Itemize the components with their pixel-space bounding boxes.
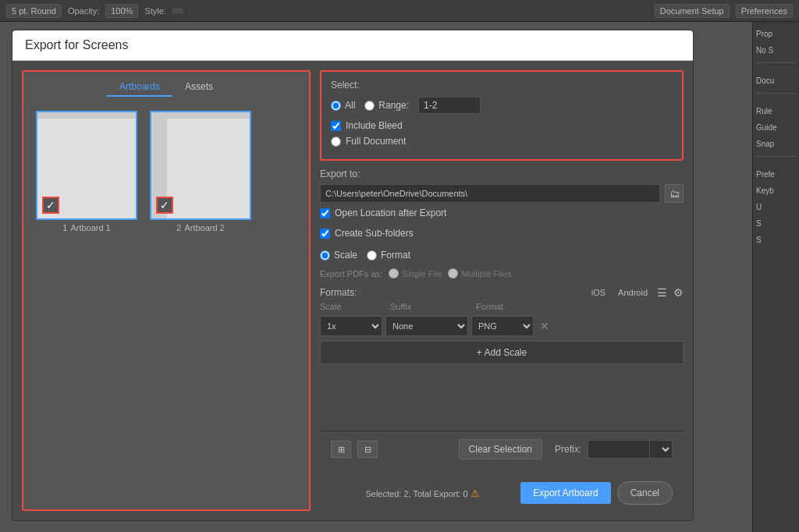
select-section: Select: All Range: — [320, 70, 684, 161]
panel-divider-2 — [756, 93, 796, 99]
panel-item-snap[interactable]: Snap — [756, 138, 796, 150]
prefix-input-wrap — [588, 440, 673, 459]
format-row-1: 1x 2x 3x None @2x @3x PN — [320, 316, 684, 336]
all-radio[interactable] — [331, 101, 341, 111]
panel-item-no-s: No S — [756, 44, 796, 56]
artboard-thumb-1[interactable]: ✓ — [36, 111, 137, 220]
range-input[interactable] — [418, 97, 481, 114]
ios-btn[interactable]: iOS — [588, 286, 609, 299]
open-location-row: Open Location after Export — [320, 207, 684, 218]
settings-panel: Select: All Range: — [320, 70, 684, 511]
create-subfolders-label: Create Sub-folders — [335, 228, 414, 239]
panel-item-u[interactable]: U — [756, 201, 796, 213]
format-select[interactable]: PNG JPG SVG PDF — [471, 316, 534, 336]
scale-radio[interactable] — [320, 250, 330, 261]
panel-divider-1 — [756, 62, 796, 69]
artboards-panel: Artboards Assets ✓ 1 Artboard — [22, 70, 311, 511]
artboard-checkbox-1[interactable]: ✓ — [42, 197, 59, 214]
artboard-id-2: 2 — [176, 223, 181, 232]
panel-item-rulers[interactable]: Rule — [756, 105, 796, 117]
cancel-btn[interactable]: Cancel — [617, 481, 673, 505]
range-radio[interactable] — [364, 101, 375, 111]
include-bleed-row: Include Bleed — [331, 120, 673, 131]
full-document-radio[interactable] — [331, 137, 341, 147]
style-label: Style: — [144, 6, 166, 16]
status-bar: Selected: 2, Total Export: 0 ⚠ Export Ar… — [320, 475, 684, 511]
formats-section: Formats: iOS Android ☰ ⚙ Scal — [320, 286, 684, 364]
view-list-btn[interactable]: ⊟ — [357, 441, 378, 458]
tab-artboards[interactable]: Artboards — [107, 78, 172, 97]
panel-item-docu[interactable]: Docu — [756, 75, 796, 87]
multiple-files-radio — [448, 268, 458, 278]
canvas-area: Export for Screens Artboards Assets — [0, 22, 752, 532]
include-bleed-checkbox[interactable] — [331, 121, 341, 131]
export-path-input[interactable] — [320, 184, 660, 203]
panel-item-prefs[interactable]: Prefe — [756, 168, 796, 180]
list-icon[interactable]: ☰ — [657, 286, 667, 299]
scale-select[interactable]: 1x 2x 3x — [320, 316, 382, 336]
panel-divider-3 — [756, 156, 796, 162]
scale-radio-label[interactable]: Scale — [320, 250, 357, 261]
toolbar: 5 pt. Round Opacity: 100% Style: Documen… — [0, 0, 799, 22]
range-radio-label[interactable]: Range: — [364, 100, 409, 111]
opacity-label: Opacity: — [68, 6, 99, 16]
full-document-label: Full Document — [346, 136, 406, 147]
multiple-files-option: Multiple Files — [448, 268, 511, 278]
artboard-inner-2 — [167, 119, 250, 218]
dialog-title: Export for Screens — [25, 38, 129, 51]
open-location-checkbox[interactable] — [320, 208, 330, 218]
suffix-select[interactable]: None @2x @3x — [385, 316, 468, 336]
suffix-col-header: Suffix — [390, 302, 476, 314]
suffix-col: Suffix — [390, 302, 476, 314]
status-text: Selected: 2, Total Export: 0 ⚠ — [331, 488, 514, 499]
opacity-value[interactable]: 100% — [105, 4, 138, 18]
prefix-input[interactable] — [588, 440, 650, 459]
tab-assets[interactable]: Assets — [172, 78, 225, 97]
scale-col: Scale — [320, 302, 390, 314]
single-file-option: Single File — [389, 268, 442, 278]
brush-size[interactable]: 5 pt. Round — [6, 4, 62, 18]
prefix-dropdown[interactable] — [650, 440, 673, 459]
create-subfolders-checkbox[interactable] — [320, 229, 330, 239]
browse-folder-btn[interactable]: 🗂 — [665, 184, 684, 203]
select-title: Select: — [331, 80, 673, 90]
doc-setup-btn[interactable]: Document Setup — [655, 4, 730, 18]
right-panel: Prop No S Docu Rule Guide Snap Prefe Key… — [752, 22, 799, 532]
artboard-name-2: Artboard 2 — [184, 223, 224, 232]
export-artboard-btn[interactable]: Export Artboard — [520, 482, 610, 504]
format-radio-label[interactable]: Format — [367, 250, 410, 261]
artboard-checkbox-2[interactable]: ✓ — [156, 197, 173, 214]
view-grid-btn[interactable]: ⊞ — [331, 441, 351, 458]
export-for-screens-dialog: Export for Screens Artboards Assets — [12, 30, 694, 521]
panel-item-s1[interactable]: S — [756, 218, 796, 229]
add-scale-btn[interactable]: + Add Scale — [320, 341, 684, 364]
panel-item-keyboard[interactable]: Keyb — [756, 185, 796, 197]
preferences-btn[interactable]: Preferences — [736, 4, 793, 18]
export-pdfs-row: Export PDFs as: Single File Multiple Fil… — [320, 268, 684, 278]
artboard-thumb-2[interactable]: ✓ — [150, 111, 251, 220]
panel-item-guides[interactable]: Guide — [756, 122, 796, 133]
formats-icons: iOS Android ☰ ⚙ — [588, 286, 684, 299]
export-to-section: Export to: 🗂 Open Location after Export — [320, 168, 684, 261]
warning-icon: ⚠ — [471, 488, 480, 499]
all-radio-label[interactable]: All — [331, 100, 355, 111]
scale-format-row: Scale Format — [320, 250, 684, 261]
panel-item-properties[interactable]: Prop — [756, 28, 796, 40]
artboard-name-1: Artboard 1 — [70, 223, 110, 232]
panel-item-s2[interactable]: S — [756, 234, 796, 246]
format-radio[interactable] — [367, 250, 377, 261]
style-value[interactable] — [172, 9, 183, 13]
main-area: Export for Screens Artboards Assets — [0, 22, 799, 532]
prefix-label: Prefix: — [555, 444, 581, 455]
settings-icon[interactable]: ⚙ — [673, 286, 684, 299]
formats-header: Formats: iOS Android ☰ ⚙ — [320, 286, 684, 299]
format-col-header: Format — [476, 302, 684, 314]
scale-col-header: Scale — [320, 302, 390, 314]
clear-selection-btn[interactable]: Clear Selection — [459, 439, 542, 459]
android-btn[interactable]: Android — [615, 286, 651, 299]
single-file-radio — [389, 268, 399, 278]
artboard-item-2: ✓ 2 Artboard 2 — [150, 111, 251, 232]
dialog-footer: ⊞ ⊟ Clear Selection Prefix: — [320, 431, 684, 467]
remove-format-btn[interactable]: ✕ — [537, 320, 552, 332]
include-bleed-label: Include Bleed — [346, 120, 403, 131]
